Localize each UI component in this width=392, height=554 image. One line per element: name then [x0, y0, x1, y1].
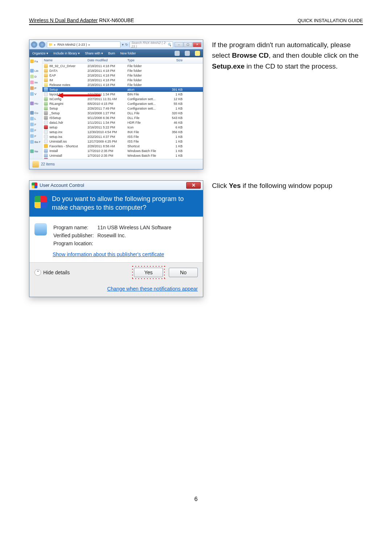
table-row[interactable]: IsConfig2/27/2011 11:31 AMConfiguration …	[42, 97, 203, 101]
table-row[interactable]: ISSetup9/11/2008 6:36 PMDLL File543 KB	[42, 115, 203, 120]
col-name[interactable]: Name	[44, 58, 87, 62]
table-row[interactable]: setup2/16/2011 5:22 PMIcon6 KB	[42, 125, 203, 130]
table-row[interactable]: IM2/18/2011 4:18 PMFile folder	[42, 78, 203, 82]
sidebar-drive3[interactable]: F	[34, 129, 36, 132]
file-type: File folder	[127, 78, 164, 82]
sidebar-drive2[interactable]: F	[34, 123, 36, 126]
uac-label-publisher: Verified publisher:	[53, 232, 97, 239]
uac-cert-link[interactable]: Show information about this publisher's …	[53, 251, 164, 257]
file-size: 356 KB	[164, 130, 185, 134]
sidebar-images[interactable]: Im	[34, 81, 38, 84]
toolbar-burn[interactable]: Burn	[108, 52, 115, 55]
explorer-sidebar: Fa Lib D Im P V Ho Co L F F F	[29, 57, 42, 159]
sidebar-videos[interactable]: V	[34, 93, 36, 96]
uac-no-button[interactable]: No	[169, 268, 198, 277]
file-name: Favorites - Shortcut	[49, 144, 78, 148]
view-icon[interactable]	[175, 51, 180, 56]
table-row[interactable]: _Setup3/10/2008 1:27 PMDLL File320 KB	[42, 111, 203, 115]
toolbar-share[interactable]: Share with ▾	[85, 52, 103, 55]
file-size: 1 KB	[164, 107, 185, 110]
chevron-up-icon: ⌃	[34, 269, 41, 276]
file-name: setup	[49, 126, 57, 129]
table-row[interactable]: Uninstall.iss12/17/2009 4:25 PMISS File1…	[42, 139, 203, 144]
file-icon	[44, 69, 48, 73]
sidebar-documents[interactable]: D	[34, 75, 37, 78]
nav-fwd-icon[interactable]	[39, 41, 45, 48]
sidebar-libraries[interactable]: Lib	[34, 69, 38, 73]
table-row[interactable]: Setupation391 KB	[42, 87, 203, 92]
file-date: 2/16/2011 5:22 PM	[87, 126, 127, 129]
file-icon	[44, 83, 48, 87]
table-row[interactable]: Install1/7/2010 2:35 PMWindows Batch Fil…	[42, 148, 203, 153]
table-row[interactable]: data11/11/2011 1:34 PMWinRAR1,047 KB	[42, 158, 203, 159]
uac-yes-label: Yes	[144, 270, 153, 275]
maximize-button[interactable]: ▢	[184, 42, 192, 47]
search-input[interactable]: Search RNX-MiniN2 ( 2-23 ) 🔍	[130, 41, 173, 48]
uac-close-button[interactable]: ✕	[186, 182, 201, 189]
uac-button-bar: ⌃ Hide details Yes No	[29, 262, 203, 282]
table-row[interactable]: setup.inx12/30/2010 4:54 PMINX File356 K…	[42, 130, 203, 134]
file-date: 2/26/2011 7:49 PM	[87, 107, 127, 110]
minimize-button[interactable]: –	[175, 42, 183, 47]
sidebar-favorites[interactable]: Fa	[34, 60, 38, 63]
column-headers[interactable]: Name Date modified Type Size	[42, 57, 203, 63]
table-row[interactable]: RtLangIni8/6/2010 4:15 PMConfiguration s…	[42, 101, 203, 106]
nav-back-icon[interactable]	[31, 41, 37, 48]
col-type[interactable]: Type	[127, 58, 164, 62]
model-name: RNX-N600UBE	[98, 17, 134, 23]
table-row[interactable]: data1.hdr1/11/2011 1:34 PMHDR File46 KB	[42, 120, 203, 125]
file-name: UnInstall	[49, 154, 62, 157]
table-row[interactable]: UnInstall1/7/2010 2:35 PMWindows Batch F…	[42, 153, 203, 158]
uac-change-link[interactable]: Change when these notifications appear	[107, 286, 198, 292]
drive4-icon	[30, 134, 34, 138]
uac-label-location: Program location:	[53, 240, 97, 247]
table-row[interactable]: Setup2/26/2011 7:49 PMConfiguration sett…	[42, 106, 203, 111]
close-button[interactable]: ✕	[193, 42, 201, 47]
file-name: Install	[49, 149, 58, 153]
col-size[interactable]: Size	[164, 58, 185, 62]
col-date[interactable]: Date modified	[87, 58, 127, 62]
file-date: 2/18/2011 4:18 PM	[87, 69, 127, 73]
sidebar-computer[interactable]: Co	[34, 111, 38, 115]
file-icon	[44, 149, 48, 153]
file-size: 1 KB	[164, 93, 185, 96]
file-icon	[44, 139, 48, 143]
toolbar-newfolder[interactable]: New folder	[120, 52, 136, 55]
uac-details: Program name: 11n USB Wireless LAN Softw…	[29, 217, 203, 262]
table-row[interactable]: EAP2/18/2011 4:18 PMFile folder	[42, 73, 203, 78]
breadcrumb-text: RNX-MiniN2 ( 2-23 )	[57, 43, 87, 46]
file-date: 1/11/2011 1:34 PM	[87, 121, 127, 124]
drive5-icon	[30, 140, 34, 144]
uac-yes-button[interactable]: Yes	[134, 268, 163, 277]
file-icon	[44, 106, 48, 110]
sidebar-homegroup[interactable]: Ho	[34, 102, 38, 105]
file-name: setup.inx	[49, 130, 62, 134]
file-size: 46 KB	[164, 121, 185, 124]
preview-icon[interactable]	[185, 51, 190, 56]
sidebar-pictures[interactable]: P	[34, 87, 36, 90]
file-name: Uninstall.iss	[49, 140, 67, 143]
table-row[interactable]: setup.iss2/22/2011 4:37 PMISS File1 KB	[42, 134, 203, 139]
toolbar-include[interactable]: Include in library ▾	[53, 52, 80, 55]
file-date: 2/18/2011 4:18 PM	[87, 78, 127, 82]
explorer-statusbar: 22 items	[29, 159, 203, 169]
uac-shield-icon	[32, 182, 37, 188]
sidebar-drive[interactable]: L	[34, 117, 36, 120]
table-row[interactable]: Favorites - Shortcut2/28/2011 8:58 AMSho…	[42, 144, 203, 148]
table-row[interactable]: Release notes2/18/2011 4:18 PMFile folde…	[42, 82, 203, 87]
file-icon	[44, 73, 48, 77]
breadcrumb[interactable]: 📁 ▸ RNX-MiniN2 ( 2-23 ) ▸	[47, 41, 121, 48]
file-name: IM	[49, 78, 53, 82]
sidebar-drive4[interactable]: F	[34, 135, 36, 138]
computer-icon	[30, 111, 34, 115]
file-name: IsConfig	[49, 97, 61, 101]
file-type: File folder	[127, 83, 164, 87]
toolbar-organize[interactable]: Organize ▾	[32, 52, 48, 55]
table-row[interactable]: DATA2/18/2011 4:18 PMFile folder	[42, 68, 203, 73]
sidebar-drive5[interactable]: Ba F	[34, 140, 41, 144]
file-name: Setup	[49, 88, 58, 91]
help-icon[interactable]	[195, 51, 200, 56]
sidebar-network[interactable]: Ne	[34, 150, 38, 153]
table-row[interactable]: 88_92_CU_Driver2/18/2011 4:18 PMFile fol…	[42, 63, 203, 68]
uac-hide-details[interactable]: ⌃ Hide details	[34, 269, 70, 276]
